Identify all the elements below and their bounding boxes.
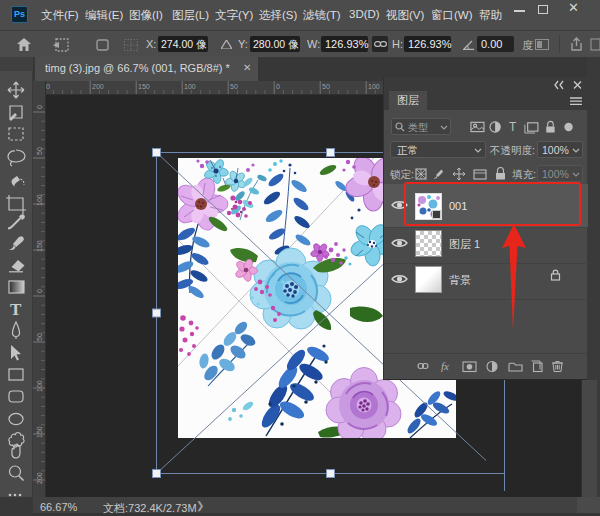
- svg-text:T: T: [509, 120, 517, 134]
- svg-text:T: T: [10, 300, 22, 319]
- svg-text:fx: fx: [441, 360, 449, 372]
